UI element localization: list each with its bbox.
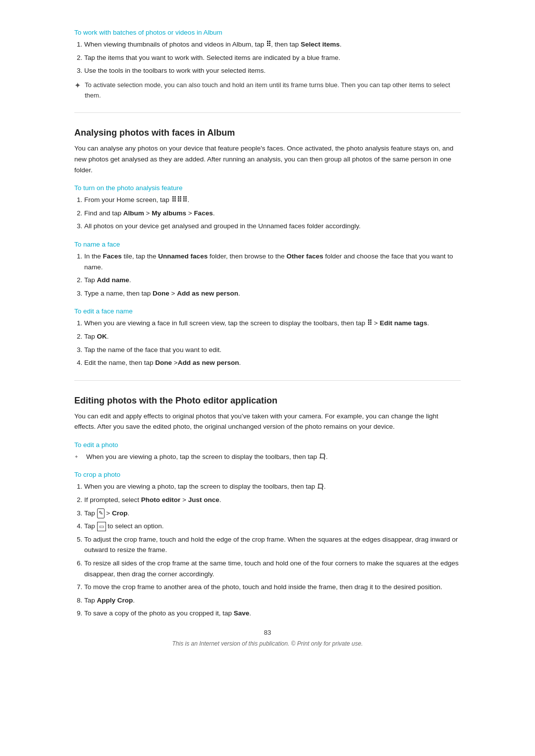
crop-step-5: To adjust the crop frame, touch and hold… <box>84 534 461 555</box>
name-face-steps: In the Faces tile, tap the Unnamed faces… <box>84 251 461 299</box>
crop-icon-2 <box>317 484 324 491</box>
edit-face-step-4: Edit the name, then tap Done >Add as new… <box>84 357 461 368</box>
heading-analysing: Analysing photos with faces in Album <box>74 128 461 138</box>
divider-1 <box>74 112 461 113</box>
tip-icon: ✦ <box>74 81 81 90</box>
name-face-step-1: In the Faces tile, tap the Unnamed faces… <box>84 251 461 272</box>
square-icon: ▭ <box>97 522 106 532</box>
intro-analysing: You can analyse any photos on your devic… <box>74 143 461 175</box>
crop-step-9: To save a copy of the photo as you cropp… <box>84 608 461 619</box>
turn-on-step-1: From your Home screen, tap ⠿⠿⠿. <box>84 195 461 205</box>
batches-step-2: Tap the items that you want to work with… <box>84 52 461 63</box>
heading-editing: Editing photos with the Photo editor app… <box>74 396 461 406</box>
crop-photo-steps: When you are viewing a photo, tap the sc… <box>84 481 461 619</box>
edit-photo-bullet-1: When you are viewing a photo, tap the sc… <box>74 452 461 462</box>
page-number: 83 <box>74 629 461 636</box>
crop-step-8: Tap Apply Crop. <box>84 595 461 606</box>
crop-step-4: Tap ▭ to select an option. <box>84 521 461 532</box>
name-face-step-3: Type a name, then tap Done > Add as new … <box>84 288 461 299</box>
subheading-crop-photo: To crop a photo <box>74 471 461 478</box>
grid-icon: ⠿⠿⠿ <box>171 196 188 203</box>
batches-steps-list: When viewing thumbnails of photos and vi… <box>84 39 461 76</box>
subheading-turn-on: To turn on the photo analysis feature <box>74 184 461 192</box>
name-face-step-2: Tap Add name. <box>84 275 461 286</box>
crop-step-3: Tap ✎ > Crop. <box>84 508 461 519</box>
tip-text: To activate selection mode, you can also… <box>85 80 461 101</box>
crop-icon-1 <box>319 454 326 460</box>
subheading-edit-face: To edit a face name <box>74 307 461 315</box>
svg-rect-5 <box>319 484 322 488</box>
edit-photo-bullets: When you are viewing a photo, tap the sc… <box>74 452 461 462</box>
turn-on-step-2: Find and tap Album > My albums > Faces. <box>84 208 461 219</box>
crop-step-7: To move the crop frame to another area o… <box>84 582 461 593</box>
edit-face-step-1: When you are viewing a face in full scre… <box>84 318 461 329</box>
subheading-batches: To work with batches of photos or videos… <box>74 29 461 36</box>
crop-step-6: To resize all sides of the crop frame at… <box>84 558 461 579</box>
subheading-name-face: To name a face <box>74 241 461 248</box>
turn-on-step-3: All photos on your device get analysed a… <box>84 221 461 232</box>
turn-on-steps: From your Home screen, tap ⠿⠿⠿. Find and… <box>84 195 461 232</box>
edit-face-step-2: Tap OK. <box>84 331 461 342</box>
menu-icon-2: ⠿ <box>367 319 372 327</box>
subheading-edit-photo: To edit a photo <box>74 441 461 449</box>
svg-rect-0 <box>321 454 324 458</box>
edit-face-step-3: Tap the name of the face that you want t… <box>84 345 461 355</box>
batches-step-1: When viewing thumbnails of photos and vi… <box>84 39 461 50</box>
divider-2 <box>74 380 461 381</box>
edit-tool-icon: ✎ <box>97 508 105 518</box>
crop-step-1: When you are viewing a photo, tap the sc… <box>84 481 461 492</box>
copyright-text: This is an Internet version of this publ… <box>74 640 461 647</box>
tip-block: ✦ To activate selection mode, you can al… <box>74 80 461 101</box>
batches-step-3: Use the tools in the toolbars to work wi… <box>84 65 461 76</box>
page-content: To work with batches of photos or videos… <box>74 20 461 647</box>
edit-face-steps: When you are viewing a face in full scre… <box>84 318 461 368</box>
crop-step-2: If prompted, select Photo editor > Just … <box>84 495 461 505</box>
menu-icon: ⠿ <box>266 41 271 48</box>
intro-editing: You can edit and apply effects to origin… <box>74 411 461 432</box>
